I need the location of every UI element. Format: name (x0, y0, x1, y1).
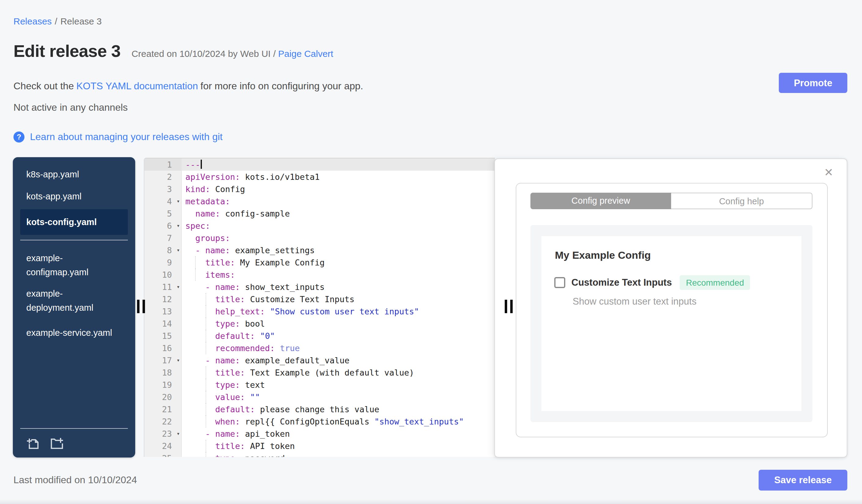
file-list-top: k8s-app.yamlkots-app.yamlkots-config.yam… (13, 157, 135, 235)
line-number: 4▾ (144, 195, 182, 207)
line-number: 22 (144, 415, 182, 427)
sidebar-bottom-divider (20, 428, 128, 429)
line-number: 18 (144, 367, 182, 379)
docs-line: Check out theKOTS YAML documentationfor … (13, 81, 363, 92)
git-help-line: ? Learn about managing your releases wit… (13, 132, 223, 143)
editor-line-11[interactable]: 11▾ - name: show_text_inputs (144, 281, 495, 293)
file-item-kots-config.yaml[interactable]: kots-config.yaml (20, 209, 128, 235)
file-list-bottom: example-configmap.yamlexample-deployment… (13, 245, 135, 344)
created-text: Created on 10/10/2024 by Web UI / (132, 48, 276, 59)
line-number: 6▾ (144, 220, 182, 232)
line-number: 14 (144, 317, 182, 330)
fold-icon[interactable]: ▾ (177, 281, 180, 293)
sidebar-divider (20, 240, 128, 240)
editor-line-17[interactable]: 17▾ - name: example_default_value (144, 354, 495, 367)
line-number: 2 (144, 171, 182, 183)
new-file-icon[interactable] (25, 436, 41, 452)
file-sidebar: k8s-app.yamlkots-app.yamlkots-config.yam… (13, 157, 135, 457)
preview-box: Config preview Config help My Example Co… (516, 183, 828, 437)
edit-release-page: Releases/Release 3 Edit release 3 Create… (0, 0, 862, 504)
fold-icon[interactable]: ▾ (177, 427, 180, 440)
line-number: 7 (144, 232, 182, 244)
file-item-example-service.yaml[interactable]: example-service.yaml (13, 322, 135, 344)
config-group-title: My Example Config (555, 250, 651, 262)
breadcrumb-current: Release 3 (60, 16, 102, 26)
line-number: 12 (144, 293, 182, 305)
line-number: 13 (144, 305, 182, 317)
tab-config-preview[interactable]: Config preview (531, 193, 671, 209)
editor-line-12[interactable]: 12 title: Customize Text Inputs (144, 293, 495, 305)
line-number: 21 (144, 403, 182, 415)
editor-line-14[interactable]: 14 type: bool (144, 317, 495, 330)
config-card: My Example Config Customize Text Inputs … (541, 236, 801, 411)
help-question-icon: ? (13, 132, 25, 143)
author-link[interactable]: Paige Calvert (278, 48, 333, 59)
promote-button[interactable]: Promote (779, 73, 847, 93)
editor-line-21[interactable]: 21 default: please change this value (144, 403, 495, 415)
line-number: 17▾ (144, 354, 182, 367)
line-number: 20 (144, 391, 182, 403)
fold-icon[interactable]: ▾ (177, 244, 180, 256)
last-modified: Last modified on 10/10/2024 (13, 475, 137, 486)
breadcrumb-releases-link[interactable]: Releases (13, 16, 52, 26)
customize-text-inputs-checkbox[interactable] (554, 277, 565, 288)
editor-line-25[interactable]: 25 type: password (144, 452, 495, 457)
close-icon[interactable]: ✕ (824, 166, 833, 179)
editor-line-6[interactable]: 6▾spec: (144, 220, 495, 232)
git-docs-link[interactable]: Learn about managing your releases with … (30, 132, 223, 143)
bottom-fade (0, 499, 862, 504)
editor-line-15[interactable]: 15 default: "0" (144, 330, 495, 342)
file-item-example-configmap.yaml[interactable]: example-configmap.yaml (13, 248, 135, 283)
preview-content-area: My Example Config Customize Text Inputs … (531, 225, 812, 422)
resize-handle-left[interactable] (137, 300, 145, 313)
editor-line-10[interactable]: 10 items: (144, 268, 495, 281)
editor-line-2[interactable]: 2apiVersion: kots.io/v1beta1 (144, 171, 495, 183)
line-number: 1 (144, 158, 182, 171)
line-number: 25 (144, 452, 182, 457)
editor-line-20[interactable]: 20 value: "" (144, 391, 495, 403)
breadcrumb-separator: / (55, 16, 57, 26)
file-item-k8s-app.yaml[interactable]: k8s-app.yaml (13, 163, 135, 185)
file-item-kots-app.yaml[interactable]: kots-app.yaml (13, 185, 135, 207)
editor-line-9[interactable]: 9 title: My Example Config (144, 256, 495, 268)
kots-docs-link[interactable]: KOTS YAML documentation (76, 81, 198, 91)
fold-icon[interactable]: ▾ (177, 195, 180, 207)
yaml-editor[interactable]: 1---2apiVersion: kots.io/v1beta13kind: C… (144, 158, 495, 457)
line-number: 3 (144, 183, 182, 195)
config-item-help: Show custom user text inputs (573, 296, 696, 307)
tab-config-help[interactable]: Config help (671, 193, 812, 209)
page-title: Edit release 3 (13, 42, 120, 61)
editor-line-7[interactable]: 7 groups: (144, 232, 495, 244)
file-item-example-deployment.yaml[interactable]: example-deployment.yaml (13, 283, 135, 319)
line-number: 9 (144, 256, 182, 268)
config-preview-panel: ✕ Config preview Config help My Example … (494, 158, 847, 457)
editor-line-19[interactable]: 19 type: text (144, 379, 495, 391)
editor-line-23[interactable]: 23▾ - name: api_token (144, 427, 495, 440)
editor-line-5[interactable]: 5 name: config-sample (144, 207, 495, 220)
editor-line-18[interactable]: 18 title: Text Example (with default val… (144, 367, 495, 379)
config-item-label: Customize Text Inputs (571, 277, 672, 288)
line-number: 19 (144, 379, 182, 391)
line-number: 24 (144, 440, 182, 452)
line-number: 16 (144, 342, 182, 354)
new-folder-icon[interactable] (49, 436, 65, 452)
title-row: Edit release 3 Created on 10/10/2024 by … (13, 42, 333, 61)
sidebar-actions (25, 436, 65, 452)
line-number: 5 (144, 207, 182, 220)
save-release-button[interactable]: Save release (759, 470, 847, 491)
fold-icon[interactable]: ▾ (177, 220, 180, 232)
editor-line-4[interactable]: 4▾metadata: (144, 195, 495, 207)
editor-line-13[interactable]: 13 help_text: "Show custom user text inp… (144, 305, 495, 317)
recommended-badge: Recommended (680, 275, 750, 290)
editor-line-22[interactable]: 22 when: repl{{ ConfigOptionEquals "show… (144, 415, 495, 427)
editor-line-16[interactable]: 16 recommended: true (144, 342, 495, 354)
fold-icon[interactable]: ▾ (177, 354, 180, 367)
editor-line-1[interactable]: 1--- (144, 158, 495, 171)
editor-line-24[interactable]: 24 title: API token (144, 440, 495, 452)
editor-line-8[interactable]: 8▾ - name: example_settings (144, 244, 495, 256)
line-number: 15 (144, 330, 182, 342)
editor-line-3[interactable]: 3kind: Config (144, 183, 495, 195)
line-number: 10 (144, 268, 182, 281)
breadcrumb: Releases/Release 3 (13, 16, 102, 26)
resize-handle-right[interactable] (505, 300, 513, 313)
